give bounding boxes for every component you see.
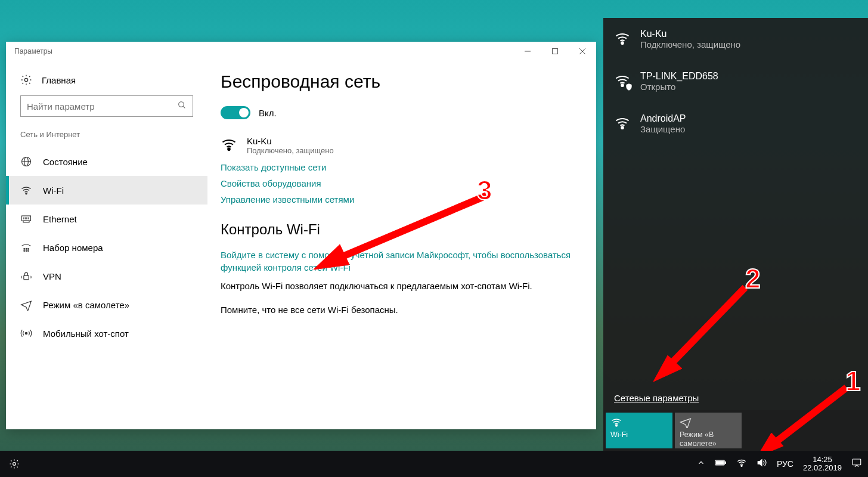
settings-content: Беспроводная сеть Вкл. Ku-Ku Подключено,… — [207, 61, 596, 429]
nav-wifi[interactable]: Wi-Fi — [6, 176, 207, 205]
nav-dialup[interactable]: Набор номера — [6, 233, 207, 262]
network-settings-link[interactable]: Сетевые параметры — [603, 387, 868, 410]
search-input[interactable] — [27, 101, 177, 111]
svg-rect-42 — [852, 459, 861, 465]
network-status: Открыто — [640, 82, 718, 92]
svg-rect-38 — [725, 461, 726, 463]
wifi-open-icon — [614, 72, 631, 89]
link-hardware[interactable]: Свойства оборудования — [221, 178, 583, 188]
tray-language[interactable]: РУС — [777, 459, 793, 469]
tile-label: Режим «В самолете» — [680, 430, 737, 448]
tray-notifications-icon[interactable] — [851, 457, 862, 470]
subheading: Контроль Wi-Fi — [221, 221, 583, 238]
taskbar: РУС 14:25 22.02.2019 — [0, 451, 868, 477]
svg-point-10 — [26, 193, 27, 194]
wifi-icon — [614, 30, 631, 47]
svg-point-21 — [26, 250, 27, 252]
nav-airplane[interactable]: Режим «в самолете» — [6, 290, 207, 319]
svg-point-36 — [13, 463, 16, 466]
window-title: Параметры — [14, 47, 514, 55]
svg-point-18 — [26, 249, 27, 250]
network-status: Защищено — [640, 124, 686, 134]
flyout-network-item[interactable]: TP-LINK_EDD658 Открыто — [603, 60, 868, 103]
svg-point-17 — [24, 249, 25, 250]
nav-label: Набор номера — [43, 243, 103, 253]
link-ms-signin[interactable]: Войдите в систему с помощью учетной запи… — [221, 249, 583, 274]
body-text-1: Контроль Wi-Fi позволяет подключаться к … — [221, 280, 583, 293]
tray-chevron-icon[interactable] — [697, 459, 705, 469]
svg-point-24 — [25, 332, 27, 334]
svg-point-28 — [621, 126, 624, 129]
tray-battery-icon[interactable] — [715, 459, 727, 469]
nav-status[interactable]: Состояние — [6, 147, 207, 176]
network-status: Подключено, защищено — [640, 39, 740, 49]
maximize-button[interactable] — [541, 42, 569, 61]
dialup-icon — [20, 241, 32, 253]
wifi-toggle[interactable] — [221, 106, 250, 119]
section-label: Сеть и Интернет — [6, 128, 207, 147]
svg-point-22 — [28, 250, 29, 252]
flyout-network-item[interactable]: Ku-Ku Подключено, защищено — [603, 18, 868, 60]
hotspot-icon — [20, 327, 32, 339]
svg-rect-11 — [22, 216, 31, 221]
svg-rect-1 — [553, 49, 558, 54]
tray-time: 14:25 — [803, 456, 842, 464]
svg-point-5 — [179, 102, 184, 107]
connected-network-status: Подключено, защищено — [247, 146, 334, 155]
quick-actions: Wi-Fi Режим «В самолете» — [603, 410, 868, 451]
globe-icon — [20, 156, 32, 168]
home-button[interactable]: Главная — [6, 72, 207, 95]
nav-ethernet[interactable]: Ethernet — [6, 205, 207, 233]
connected-network-name: Ku-Ku — [247, 136, 334, 146]
nav-label: Режим «в самолете» — [43, 300, 129, 310]
vpn-icon — [20, 270, 32, 282]
airplane-icon — [680, 416, 737, 430]
nav-hotspot[interactable]: Мобильный хот-спот — [6, 319, 207, 348]
nav-label: Состояние — [43, 157, 88, 167]
svg-point-26 — [621, 42, 624, 44]
body-text-2: Помните, что не все сети Wi-Fi безопасны… — [221, 303, 583, 317]
wifi-icon — [610, 416, 668, 430]
svg-rect-39 — [716, 461, 723, 464]
svg-point-20 — [24, 250, 25, 252]
tray-clock[interactable]: 14:25 22.02.2019 — [803, 456, 842, 473]
svg-point-29 — [616, 425, 618, 427]
network-flyout: Ku-Ku Подключено, защищено TP-LINK_EDD65… — [603, 18, 868, 451]
wifi-icon — [20, 184, 32, 196]
svg-marker-41 — [758, 460, 762, 466]
tray-volume-icon[interactable] — [757, 457, 767, 470]
content-heading: Беспроводная сеть — [221, 72, 583, 92]
nav-label: Wi-Fi — [43, 185, 64, 196]
tray-wifi-icon[interactable] — [736, 457, 747, 470]
nav-label: Мобильный хот-спот — [43, 329, 129, 339]
svg-point-25 — [228, 148, 230, 150]
tile-label: Wi-Fi — [610, 430, 668, 439]
settings-sidebar: Главная Сеть и Интернет Состояние Wi-Fi — [6, 61, 207, 429]
search-box[interactable] — [20, 95, 193, 117]
title-bar: Параметры — [6, 42, 596, 61]
network-name: AndroidAP — [640, 113, 686, 124]
network-name: Ku-Ku — [640, 29, 740, 39]
start-button[interactable] — [1, 451, 27, 477]
nav-vpn[interactable]: VPN — [6, 262, 207, 290]
minimize-button[interactable] — [514, 42, 541, 61]
nav-label: Ethernet — [43, 214, 77, 224]
close-button[interactable] — [569, 42, 596, 61]
svg-point-27 — [621, 84, 624, 86]
home-label: Главная — [42, 75, 76, 85]
tile-airplane[interactable]: Режим «В самолете» — [675, 413, 742, 448]
svg-point-19 — [28, 249, 29, 250]
network-name: TP-LINK_EDD658 — [640, 71, 718, 82]
svg-rect-23 — [24, 275, 29, 280]
link-show-networks[interactable]: Показать доступные сети — [221, 162, 583, 172]
tray-date: 22.02.2019 — [803, 464, 842, 472]
toggle-label: Вкл. — [259, 108, 277, 118]
link-manage-networks[interactable]: Управление известными сетями — [221, 194, 583, 205]
tile-wifi[interactable]: Wi-Fi — [606, 413, 672, 448]
wifi-icon — [221, 136, 237, 155]
nav-label: VPN — [43, 271, 61, 281]
flyout-network-item[interactable]: AndroidAP Защищено — [603, 103, 868, 145]
ethernet-icon — [20, 213, 32, 225]
svg-point-4 — [24, 78, 27, 81]
search-icon — [177, 100, 187, 112]
